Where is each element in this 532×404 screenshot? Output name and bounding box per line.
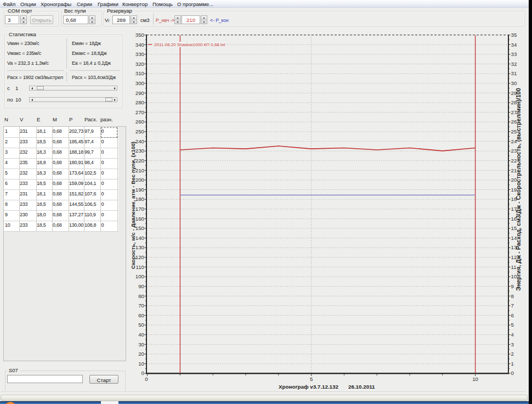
svg-text:5: 5 [511, 322, 514, 328]
svg-text:110: 110 [136, 264, 145, 270]
svg-text:230: 230 [135, 148, 145, 154]
svg-text:280: 280 [135, 99, 145, 105]
svg-text:270: 270 [135, 109, 145, 115]
svg-text:130: 130 [135, 244, 145, 250]
svg-text:33: 33 [511, 51, 517, 57]
svg-text:1: 1 [511, 361, 514, 367]
svg-text:120: 120 [135, 254, 145, 260]
svg-text:290: 290 [135, 90, 145, 96]
svg-text:30: 30 [138, 341, 144, 347]
svg-text:190: 190 [135, 187, 145, 193]
svg-text:70: 70 [138, 302, 144, 308]
svg-text:200: 200 [135, 177, 145, 183]
svg-text:31: 31 [511, 70, 517, 76]
svg-text:260: 260 [135, 119, 145, 125]
svg-text:60: 60 [138, 312, 144, 318]
svg-text:220: 220 [135, 158, 145, 164]
svg-text:34: 34 [511, 42, 517, 48]
svg-text:320: 320 [135, 61, 145, 67]
svg-text:0: 0 [511, 370, 514, 376]
svg-text:180: 180 [135, 196, 145, 202]
svg-text:310: 310 [135, 70, 145, 76]
svg-text:160: 160 [135, 216, 145, 222]
svg-text:250: 250 [135, 128, 145, 134]
svg-text:170: 170 [135, 206, 145, 212]
svg-text:Хронограф v3.7.12.132: Хронограф v3.7.12.132 [279, 384, 339, 390]
svg-text:10: 10 [138, 361, 144, 367]
svg-text:2011.08.20 Shadow1000 КП 0,68.: 2011.08.20 Shadow1000 КП 0,68.txt [154, 42, 225, 47]
svg-text:10: 10 [472, 376, 478, 382]
svg-text:3: 3 [511, 341, 514, 347]
svg-text:350: 350 [135, 32, 145, 38]
svg-text:7: 7 [511, 302, 514, 308]
svg-text:30: 30 [511, 80, 517, 86]
svg-text:0: 0 [145, 376, 148, 382]
svg-text:9: 9 [511, 283, 514, 289]
svg-text:330: 330 [135, 51, 145, 57]
svg-text:6: 6 [511, 312, 514, 318]
svg-text:4: 4 [511, 332, 514, 338]
svg-text:8: 8 [511, 293, 514, 299]
svg-text:Скорость, м/с - Давление,: Скорость, м/с - Давление, атм - Вес пули… [130, 142, 136, 269]
svg-text:90: 90 [138, 283, 144, 289]
svg-text:2: 2 [511, 351, 514, 357]
svg-text:5: 5 [310, 376, 313, 382]
svg-text:Энергия, Дж - Расход, см3/Дж: Энергия, Дж - Расход, см3/Дж - Скоростре… [515, 88, 522, 290]
svg-text:32: 32 [511, 61, 517, 67]
svg-text:240: 240 [135, 138, 145, 144]
svg-text:210: 210 [135, 167, 145, 173]
svg-text:40: 40 [138, 332, 144, 338]
svg-text:300: 300 [135, 80, 145, 86]
svg-text:35: 35 [511, 32, 517, 38]
svg-text:150: 150 [135, 225, 145, 231]
svg-text:140: 140 [135, 235, 145, 241]
svg-text:50: 50 [138, 322, 144, 328]
svg-text:340: 340 [135, 42, 145, 48]
svg-text:26.10.2011: 26.10.2011 [348, 384, 375, 390]
svg-text:0: 0 [142, 370, 145, 376]
svg-text:100: 100 [135, 273, 145, 279]
svg-text:80: 80 [138, 293, 144, 299]
svg-text:20: 20 [138, 351, 144, 357]
